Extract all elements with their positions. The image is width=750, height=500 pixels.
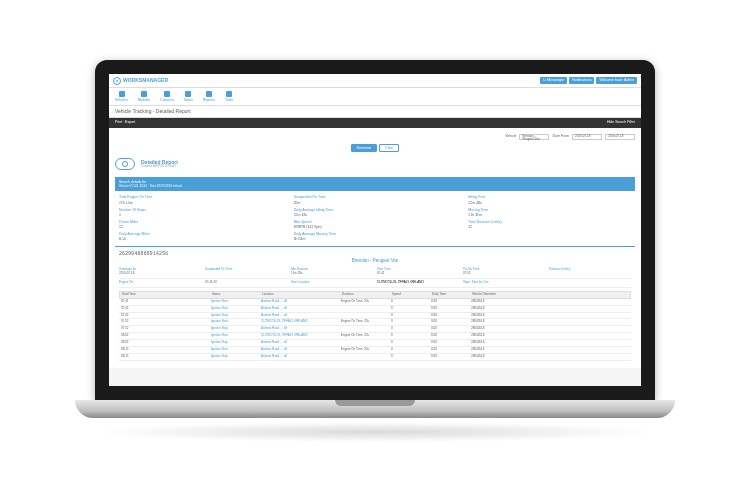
page-title: Vehicle Tracking - Detailed Report [109,106,641,118]
nav-vehicles[interactable]: Vehicles [115,91,128,103]
stat-item: Daily Average Idling Time22m 48s [294,208,457,218]
table-row[interactable]: 08:15Ignition StopArdnew Road … off00.00… [119,354,631,361]
nav-sales[interactable]: Sales [184,91,193,103]
stat-item: Idling Time22m 48s [468,195,631,205]
brand-logo[interactable]: e WORKSMANAGER [113,77,168,85]
search-details-header: Search details for Vehicle:VCL01-BC45 · … [115,177,635,191]
laptop-base [75,400,675,418]
table-row[interactable]: 08:15Ignition StartArdnew Road … offEngi… [119,347,631,354]
filter-row: Vehicle Brendan - Peugeot Van Date From … [115,132,635,142]
stat-item: Number Of Stops1 [119,208,282,218]
table-row[interactable]: 08:02Ignition StopArdnew Road … off00.00… [119,340,631,347]
stat-item: Total Engine On Time22h 14m [119,195,282,205]
welcome-badge[interactable]: Welcome back: Admin [596,77,637,84]
report-logo-icon [115,158,135,170]
generate-button[interactable]: Generate [351,144,378,153]
summary-row: Summary for2019-07-18Suspended On TimeId… [119,266,631,279]
date-from-label: Date From [552,134,569,139]
report-header: Detailed Report Created:18/07/2019 09:42 [115,154,635,174]
stat-item: Total Distance (miles)12 [468,220,631,230]
table-row[interactable]: 07:52Ignition StopArdnew Road … off00.00… [119,326,631,333]
table-row[interactable]: 07:42Ignition StartArdnew Road … off00.0… [119,306,631,313]
nav-contacts[interactable]: Contacts [160,91,174,103]
vehicle-label: Vehicle [505,134,516,139]
stat-item: Daily Average Moving Time3h 04m [294,232,457,242]
table-row[interactable]: 07:42Ignition StopArdnew Road … off00.00… [119,313,631,320]
main-nav: Vehicles Mobiles Contacts Sales Reports … [109,88,641,106]
action-toolbar: Print · Export Hide Search Filter [109,118,641,128]
table-row[interactable]: 07:41Ignition StartArdnew Road … offEngi… [119,299,631,306]
nav-reports[interactable]: Reports [203,91,215,103]
table-body: 07:41Ignition StartArdnew Road … offEngi… [119,299,631,361]
mobile-icon [141,91,147,97]
clear-button[interactable]: Clear [379,144,399,153]
date-from-input[interactable]: 2019-07-18 [572,134,602,140]
topbar: e WORKSMANAGER Li Messenger Notification… [109,74,641,88]
car-icon [119,91,125,97]
table-row[interactable]: 08:02Ignition StartCLONCOLLIG, OFFALY, I… [119,333,631,340]
sales-icon [185,91,191,97]
notifications-button[interactable]: Notifications [569,77,594,84]
app-screen: e WORKSMANAGER Li Messenger Notification… [109,74,641,386]
date-to-input[interactable]: 2019-07-18 [605,134,635,140]
summary-row-2: Engine On 07:41:20 Start Location CLONCO… [119,279,631,288]
events-table: Date/TimeStatusLocationDurationSpeedDail… [119,291,631,361]
brand-text: WORKSMANAGER [123,77,168,84]
nav-tools[interactable]: Tools [225,91,233,103]
search-sub: Vehicle:VCL01-BC45 · Date:18/07/2019-Ire… [119,185,631,189]
filter-toggle[interactable]: Hide Search Filter [607,120,635,125]
stat-item: Moving Time21h 31m [468,208,631,218]
report-created: Created:18/07/2019 09:42 [141,165,178,169]
table-row[interactable]: 07:52Ignition StartCLONCOLLIG, OFFALY, I… [119,319,631,326]
contacts-icon [164,91,170,97]
messenger-button[interactable]: Li Messenger [540,77,567,84]
tools-icon [226,91,232,97]
stat-item [468,232,631,242]
print-export[interactable]: Print · Export [115,120,135,125]
nav-mobiles[interactable]: Mobiles [138,91,150,103]
stat-item: Max Speed87MPH (141 Kph) [294,220,457,230]
reports-icon [206,91,212,97]
stats-grid: Total Engine On Time22h 14mSuspended On … [115,191,635,246]
table-header: Date/TimeStatusLocationDurationSpeedDail… [119,291,631,299]
vehicle-section-name: Brendan - Peugeot Van [119,256,631,266]
top-buttons: Li Messenger Notifications Welcome back:… [540,77,637,84]
stat-item: Suspended On Time20m [294,195,457,205]
stat-item: Driven Miles12 [119,220,282,230]
content-area: Vehicle Brendan - Peugeot Van Date From … [109,128,641,368]
logo-icon: e [113,77,121,85]
stat-item: Daily Average Miles8.14 [119,232,282,242]
vehicle-select[interactable]: Brendan - Peugeot Van [519,134,549,140]
